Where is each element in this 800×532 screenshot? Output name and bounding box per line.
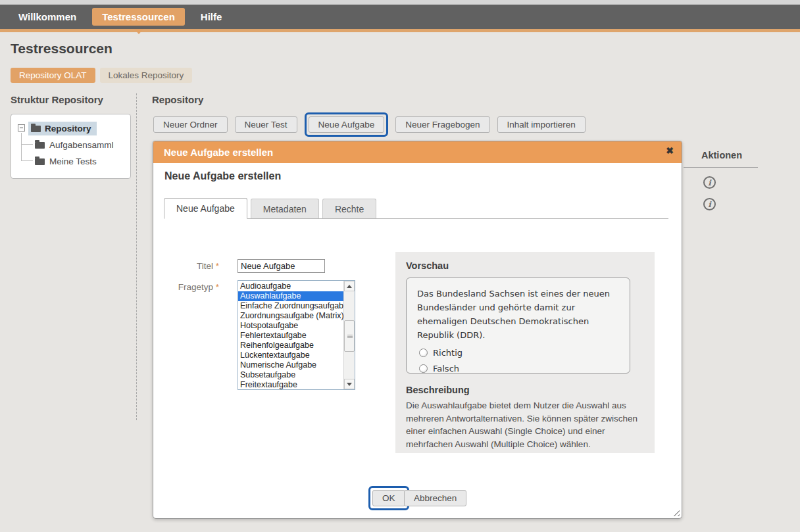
nav-item-willkommen[interactable]: Willkommen <box>18 11 76 22</box>
tree-collapse-icon[interactable] <box>18 124 25 132</box>
info-icon[interactable]: i <box>703 198 716 210</box>
listbox-option[interactable]: Einfache Zuordnungsaufgabe <box>238 301 343 311</box>
ok-button[interactable]: OK <box>372 490 405 506</box>
tab-lokales-repository[interactable]: Lokales Repository <box>100 68 193 83</box>
nav-item-testressourcen[interactable]: Testressourcen <box>92 8 185 26</box>
top-strip <box>0 0 800 5</box>
tree-item-aufgabensamml[interactable]: Aufgabensamml <box>35 140 114 150</box>
repository-tabs: Repository OLAT Lokales Repository <box>11 68 192 83</box>
radio-icon[interactable] <box>419 349 428 357</box>
tree-item-label: Aufgabensamml <box>49 140 114 150</box>
titel-label: Titel * <box>161 261 219 271</box>
tab-repository-olat[interactable]: Repository OLAT <box>11 68 95 83</box>
question-preview-box: Das Bundesland Sachsen ist eines der neu… <box>406 278 630 374</box>
vorschau-title: Vorschau <box>406 260 644 271</box>
tree-connector-line <box>21 160 33 161</box>
beschreibung-title: Beschreibung <box>406 385 644 395</box>
tree-connector-line <box>21 133 22 161</box>
sidebar-separator <box>136 93 137 420</box>
folder-icon <box>35 142 45 149</box>
listbox-option[interactable]: Freitextaufgabe <box>238 380 343 389</box>
ok-focus-ring: OK <box>368 486 409 510</box>
listbox-option-selected[interactable]: Auswahlaufgabe <box>238 291 343 301</box>
listbox-option[interactable]: Hotspotaufgabe <box>238 321 343 331</box>
scrollbar-thumb[interactable] <box>344 320 355 352</box>
dialog-title: Neue Aufgabe erstellen <box>153 147 273 158</box>
dialog-tabs: Neue Aufgabe Metadaten Rechte <box>164 198 376 218</box>
neue-aufgabe-dialog: Neue Aufgabe erstellen ✖ Neue Aufgabe er… <box>153 141 682 519</box>
neue-aufgabe-button[interactable]: Neue Aufgabe <box>309 116 385 133</box>
radio-option-falsch[interactable]: Falsch <box>419 364 619 374</box>
resize-handle-icon[interactable] <box>671 508 680 516</box>
fragetyp-listbox: Audioaufgabe Auswahlaufgabe Einfache Zuo… <box>238 280 355 390</box>
tab-neue-aufgabe[interactable]: Neue Aufgabe <box>164 198 247 219</box>
tree-item-meine-tests[interactable]: Meine Tests <box>35 157 97 166</box>
scroll-down-icon[interactable] <box>344 379 355 389</box>
listbox-option[interactable]: Zuordnungsaufgabe (Matrix) <box>238 311 343 321</box>
active-tab-pointer-icon <box>134 29 143 34</box>
repository-tree-panel: Repository Aufgabensamml Meine Tests <box>11 114 131 179</box>
listbox-option[interactable]: Audioaufgabe <box>238 281 343 291</box>
fragetyp-label: Fragetyp * <box>161 282 219 292</box>
radio-label: Richtig <box>433 348 463 358</box>
tree-item-repository[interactable]: Repository <box>28 122 97 135</box>
tree-item-label: Meine Tests <box>49 157 97 166</box>
fragetyp-options: Audioaufgabe Auswahlaufgabe Einfache Zuo… <box>238 281 343 389</box>
radio-label: Falsch <box>433 364 459 374</box>
tab-metadaten[interactable]: Metadaten <box>251 199 319 218</box>
scrollbar-grip-icon <box>347 335 353 339</box>
beschreibung-text: Die Auswahlaufgabe bietet dem Nutzer die… <box>406 399 644 450</box>
neuer-test-button[interactable]: Neuer Test <box>235 116 297 133</box>
nav-item-testressourcen-label: Testressourcen <box>102 11 175 22</box>
folder-icon <box>31 126 41 132</box>
listbox-option[interactable]: Numerische Aufgabe <box>238 360 343 370</box>
nav-item-hilfe[interactable]: Hilfe <box>201 11 222 22</box>
listbox-scrollbar[interactable] <box>343 281 355 389</box>
application-window: Willkommen Testressourcen Hilfe Testress… <box>0 0 800 532</box>
sidebar-title: Struktur Repository <box>11 94 103 105</box>
abbrechen-button[interactable]: Abbrechen <box>404 490 466 506</box>
listbox-option[interactable]: Lückentextaufgabe <box>238 351 343 360</box>
question-text: Das Bundesland Sachsen ist eines der neu… <box>417 287 619 342</box>
tree-connector-line <box>21 144 33 145</box>
repository-section-title: Repository <box>152 94 203 105</box>
tab-rechte[interactable]: Rechte <box>322 199 376 218</box>
folder-icon <box>35 158 45 165</box>
radio-option-richtig[interactable]: Richtig <box>419 348 619 358</box>
page-title: Testressourcen <box>11 41 113 57</box>
actions-column-header: Aktionen <box>701 150 742 160</box>
radio-icon[interactable] <box>419 364 428 373</box>
neuer-fragebogen-button[interactable]: Neuer Fragebogen <box>395 116 489 133</box>
vorschau-panel: Vorschau Das Bundesland Sachsen ist eine… <box>395 252 655 453</box>
titel-input[interactable] <box>238 259 325 273</box>
actions-column-divider <box>684 167 758 168</box>
close-icon[interactable]: ✖ <box>666 145 674 156</box>
main-navbar: Willkommen Testressourcen Hilfe <box>0 5 800 29</box>
listbox-option[interactable]: Fehlertextaufgabe <box>238 331 343 341</box>
listbox-option[interactable]: Reihenfolgeaufgabe <box>238 341 343 351</box>
neue-aufgabe-focus-ring: Neue Aufgabe <box>305 112 389 137</box>
dialog-heading: Neue Aufgabe erstellen <box>164 170 281 182</box>
inhalt-importieren-button[interactable]: Inhalt importieren <box>497 116 586 133</box>
listbox-option[interactable]: Subsetaufgabe <box>238 370 343 380</box>
scroll-up-icon[interactable] <box>344 281 355 291</box>
neuer-ordner-button[interactable]: Neuer Ordner <box>153 116 228 133</box>
dialog-titlebar[interactable]: Neue Aufgabe erstellen ✖ <box>153 141 682 163</box>
accent-underline <box>0 29 800 32</box>
required-marker: * <box>216 282 219 292</box>
required-marker: * <box>216 261 219 271</box>
tree-item-label: Repository <box>45 124 91 133</box>
repository-toolbar: Neuer Ordner Neuer Test Neue Aufgabe Neu… <box>153 112 586 137</box>
info-icon[interactable]: i <box>703 176 716 189</box>
